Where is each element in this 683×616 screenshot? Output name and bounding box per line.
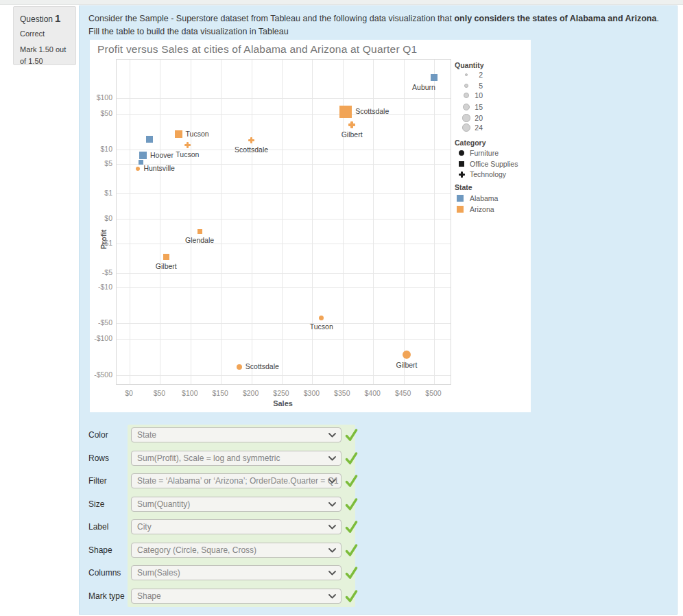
quantity-size-label: 20 <box>470 114 483 122</box>
select-columns[interactable]: Sum(Sales) <box>131 565 342 580</box>
select-size[interactable]: Sum(Quantity) <box>131 497 342 512</box>
y-gridline <box>117 193 451 194</box>
x-tick-label: $450 <box>390 389 417 397</box>
y-tick-label: $100 <box>90 93 112 102</box>
select-rows[interactable]: Sum(Profit), Scale = log and symmetric <box>131 451 342 466</box>
data-point <box>184 142 191 148</box>
quantity-size-label: 5 <box>470 82 483 90</box>
x-gridline <box>221 60 221 384</box>
question-title-label: Question <box>20 14 53 24</box>
select-value: City <box>137 522 152 532</box>
data-point <box>339 106 352 118</box>
x-gridline <box>191 60 191 384</box>
state-legend-label: Alabama <box>470 194 498 202</box>
y-gridline <box>117 150 451 150</box>
square-shape-swatch <box>459 161 464 167</box>
x-tick-label: $200 <box>237 389 265 397</box>
select-color[interactable]: State <box>131 427 342 442</box>
x-gridline <box>434 60 435 384</box>
form-row-label-color: Color <box>88 430 108 440</box>
point-label: Scottsdale <box>355 107 389 115</box>
select-filter[interactable]: State = ‘Alabama’ or ‘Arizona’; OrderDat… <box>131 473 342 488</box>
quantity-size-swatch <box>462 123 471 132</box>
quantity-size-swatch <box>462 114 470 122</box>
data-point <box>348 121 355 128</box>
quantity-size-label: 2 <box>470 71 483 79</box>
y-gridline <box>117 375 451 376</box>
y-gridline <box>117 114 451 115</box>
legend-state-title: State <box>455 183 472 191</box>
data-point <box>237 364 242 370</box>
legend-category-title: Category <box>455 139 486 147</box>
form-row-label-rows: Rows <box>88 453 109 463</box>
data-point <box>175 130 182 138</box>
x-gridline <box>312 60 313 384</box>
y-tick-label: $10 <box>90 145 112 153</box>
data-point <box>248 137 254 143</box>
select-mark-type[interactable]: Shape <box>131 589 342 604</box>
form-row-label-shape: Shape <box>88 545 112 555</box>
point-label: Tucson <box>176 150 199 158</box>
legend-quantity-title: Quantity <box>455 61 484 69</box>
chevron-down-icon <box>328 433 336 438</box>
form-row-label-label: Label <box>88 522 108 532</box>
x-tick-label: $0 <box>115 389 143 397</box>
point-label: Huntsville <box>143 164 175 172</box>
y-tick-label: -$500 <box>90 370 112 379</box>
data-point <box>319 316 324 320</box>
data-point <box>139 160 143 165</box>
quiz-page: Question1 Correct Mark 1.50 out of 1.50 … <box>0 0 683 616</box>
question-mark: Mark 1.50 out of 1.50 <box>20 44 69 67</box>
data-point <box>431 74 438 81</box>
select-value: Sum(Profit), Scale = log and symmetric <box>137 453 280 463</box>
correct-check-icon <box>345 429 358 444</box>
correct-check-icon <box>345 521 358 536</box>
correct-check-icon <box>345 498 358 513</box>
select-value: Category (Circle, Square, Cross) <box>137 545 256 555</box>
cross-shape-swatch <box>459 171 465 178</box>
form-row-label-filter: Filter <box>88 476 107 486</box>
form-row-label-columns: Columns <box>88 568 121 578</box>
y-gridline <box>117 219 451 220</box>
point-label: Tucson <box>310 322 333 331</box>
question-status: Correct <box>20 29 69 38</box>
correct-check-icon <box>345 452 358 467</box>
state-color-swatch <box>457 206 464 213</box>
y-tick-label: $0 <box>90 214 112 222</box>
question-text-start: Consider the Sample - Superstore dataset… <box>88 14 454 23</box>
y-tick-label: -$50 <box>90 318 112 327</box>
category-legend-label: Furniture <box>470 149 499 157</box>
quantity-size-label: 24 <box>470 123 483 132</box>
select-value: Sum(Quantity) <box>137 499 190 509</box>
data-point <box>139 152 147 159</box>
point-label: Auburn <box>412 83 435 91</box>
x-gridline <box>282 60 283 384</box>
point-label: Gilbert <box>342 130 363 139</box>
correct-check-icon <box>345 475 358 490</box>
select-value: State = ‘Alabama’ or ‘Arizona’; OrderDat… <box>137 476 339 486</box>
y-tick-label: $1 <box>90 189 112 197</box>
x-tick-label: $250 <box>267 389 295 397</box>
point-label: Tucson <box>186 130 209 138</box>
x-gridline <box>404 60 405 384</box>
y-gridline <box>117 98 451 99</box>
y-tick-label: -$100 <box>90 334 112 342</box>
state-color-swatch <box>457 195 464 202</box>
y-gridline <box>117 273 451 274</box>
quantity-size-label: 10 <box>470 91 483 99</box>
x-tick-label: $300 <box>298 389 325 397</box>
quantity-size-swatch <box>465 73 468 76</box>
select-label[interactable]: City <box>131 519 342 534</box>
state-legend-label: Arizona <box>470 205 494 213</box>
y-tick-label: -$10 <box>90 283 112 291</box>
correct-check-icon <box>345 590 358 605</box>
point-label: Scottsdale <box>235 145 268 154</box>
select-shape[interactable]: Category (Circle, Square, Cross) <box>131 543 342 558</box>
correct-check-icon <box>345 544 358 559</box>
point-label: Gilbert <box>156 262 177 270</box>
correct-check-icon <box>345 567 358 582</box>
question-content-panel: Consider the Sample - Superstore dataset… <box>79 5 678 615</box>
category-legend-label: Office Supplies <box>470 160 518 168</box>
y-gridline <box>117 244 451 244</box>
chevron-down-icon <box>328 456 336 461</box>
